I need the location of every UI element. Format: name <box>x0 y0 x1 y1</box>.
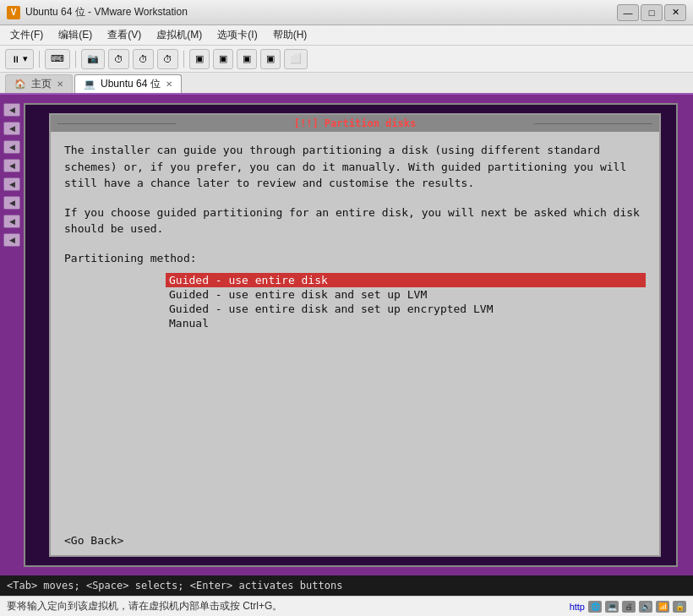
view-icon-4: ▣ <box>266 53 275 64</box>
dialog-line-2: schemes) or, if you prefer, you can do i… <box>64 159 646 176</box>
dialog-line-6: should be used. <box>64 221 646 237</box>
side-btn-3[interactable]: ◀ <box>3 140 20 154</box>
tab-ubuntu-label: Ubuntu 64 位 <box>101 77 161 91</box>
view-button4[interactable]: ▣ <box>260 49 281 69</box>
view-icon-2: ▣ <box>219 53 227 64</box>
network-status-icon: 🌐 <box>588 601 602 613</box>
close-button[interactable]: ✕ <box>664 4 686 21</box>
clock-button2[interactable]: ⏱ <box>133 49 154 69</box>
tab-home-close[interactable]: ✕ <box>57 79 63 89</box>
keyboard-icon: ⌨ <box>51 53 64 64</box>
dialog-title-bar: [!!] Partition disks <box>51 115 659 132</box>
menu-file[interactable]: 文件(F) <box>3 26 50 44</box>
snapshot-button[interactable]: 📷 <box>81 49 105 69</box>
option-guided-encrypted-lvm[interactable]: Guided - use entire disk and set up encr… <box>166 302 646 316</box>
tab-ubuntu[interactable]: 💻 Ubuntu 64 位 ✕ <box>74 74 182 93</box>
minimize-button[interactable]: — <box>617 4 639 21</box>
clock-button1[interactable]: ⏱ <box>108 49 129 69</box>
view-icon-3: ▣ <box>243 53 251 64</box>
option-manual[interactable]: Manual <box>166 316 646 330</box>
signal-status-icon: 📶 <box>656 601 669 613</box>
pause-button[interactable]: ⏸ ▾ <box>5 49 34 69</box>
bottom-status-bar: 要将输入定向到该虚拟机，请在虚拟机内部单击或按 Ctrl+G。 http 🌐 💻… <box>0 596 693 616</box>
dialog-footer: <Go Back> <box>51 529 659 555</box>
title-bar: V Ubuntu 64 位 - VMware Workstation — □ ✕ <box>0 0 693 25</box>
title-line-right <box>534 123 652 124</box>
clock-icon-3: ⏱ <box>163 54 172 64</box>
option-guided-entire-disk[interactable]: Guided - use entire disk <box>166 273 646 287</box>
go-back-button[interactable]: <Go Back> <box>64 534 123 547</box>
dialog-method-label: Partitioning method: <box>64 250 646 267</box>
side-btn-2[interactable]: ◀ <box>3 122 20 135</box>
home-icon: 🏠 <box>14 79 26 90</box>
terminal-area[interactable]: [!!] Partition disks The installer can g… <box>24 103 678 567</box>
dialog-title-text: [!!] Partition disks <box>294 117 417 129</box>
partition-dialog: [!!] Partition disks The installer can g… <box>49 113 661 557</box>
clock-icon-1: ⏱ <box>114 54 123 64</box>
bottom-status-text: 要将输入定向到该虚拟机，请在虚拟机内部单击或按 Ctrl+G。 <box>7 599 282 613</box>
side-btn-8[interactable]: ◀ <box>3 233 20 247</box>
pause-icon: ⏸ <box>11 54 20 64</box>
status-right-icons: http 🌐 💻 🖨 🔊 📶 🔒 <box>570 601 686 613</box>
tab-home[interactable]: 🏠 主页 ✕ <box>5 74 73 93</box>
menu-help[interactable]: 帮助(H) <box>266 26 314 44</box>
clock-button3[interactable]: ⏱ <box>157 49 178 69</box>
side-btn-7[interactable]: ◀ <box>3 215 20 228</box>
toolbar: ⏸ ▾ ⌨ 📷 ⏱ ⏱ ⏱ ▣ ▣ ▣ ▣ ⬜ <box>0 46 693 73</box>
view-button1[interactable]: ▣ <box>189 49 210 69</box>
menu-vm[interactable]: 虚拟机(M) <box>150 26 209 44</box>
view-button2[interactable]: ▣ <box>213 49 233 69</box>
maximize-button[interactable]: □ <box>641 4 663 21</box>
tab-home-label: 主页 <box>31 77 52 91</box>
vmware-icon: V <box>7 6 20 19</box>
view-icon-1: ▣ <box>195 53 204 64</box>
tab-bar: 🏠 主页 ✕ 💻 Ubuntu 64 位 ✕ <box>0 73 693 95</box>
side-panel-left: ◀ ◀ ◀ ◀ ◀ ◀ ◀ ◀ <box>0 95 24 575</box>
pause-dropdown-icon: ▾ <box>23 53 28 64</box>
dialog-line-1: The installer can guide you through part… <box>64 142 646 159</box>
clock-icon-2: ⏱ <box>139 54 148 64</box>
toolbar-separator-1 <box>39 51 40 68</box>
toolbar-separator-3 <box>183 51 184 68</box>
options-list: Guided - use entire disk Guided - use en… <box>166 273 646 330</box>
printer-status-icon: 🖨 <box>622 601 636 613</box>
vm-tab-icon: 💻 <box>84 79 95 90</box>
toolbar-separator-2 <box>75 51 76 68</box>
send-keys-button[interactable]: ⌨ <box>45 49 70 69</box>
audio-status-icon: 🔊 <box>639 601 652 613</box>
side-btn-4[interactable]: ◀ <box>3 159 20 172</box>
menu-view[interactable]: 查看(V) <box>101 26 148 44</box>
dialog-line-3: still have a chance later to review and … <box>64 175 646 192</box>
tab-ubuntu-close[interactable]: ✕ <box>166 79 172 89</box>
vm-display-area[interactable]: ◀ ◀ ◀ ◀ ◀ ◀ ◀ ◀ [!!] Partition disks The… <box>0 95 693 575</box>
view-button3[interactable]: ▣ <box>237 49 257 69</box>
url-text: http <box>570 602 585 612</box>
menu-tabs[interactable]: 选项卡(I) <box>210 26 264 44</box>
window-controls: — □ ✕ <box>617 4 686 21</box>
title-line-left <box>57 123 176 124</box>
dialog-line-5: If you choose guided partitioning for an… <box>64 204 646 221</box>
keyboard-hint-bar: <Tab> moves; <Space> selects; <Enter> ac… <box>0 575 693 596</box>
option-guided-lvm[interactable]: Guided - use entire disk and set up LVM <box>166 287 646 302</box>
dialog-body: The installer can guide you through part… <box>51 132 659 529</box>
window-title: Ubuntu 64 位 - VMware Workstation <box>25 5 617 19</box>
camera-icon: 📷 <box>87 53 99 64</box>
keyboard-hint-text: <Tab> moves; <Space> selects; <Enter> ac… <box>7 580 342 591</box>
side-panel-right <box>678 95 693 575</box>
menu-bar: 文件(F) 编辑(E) 查看(V) 虚拟机(M) 选项卡(I) 帮助(H) <box>0 25 693 46</box>
side-btn-6[interactable]: ◀ <box>3 196 20 210</box>
menu-edit[interactable]: 编辑(E) <box>52 26 99 44</box>
side-btn-5[interactable]: ◀ <box>3 177 20 191</box>
fullscreen-button[interactable]: ⬜ <box>284 49 308 69</box>
lock-status-icon: 🔒 <box>673 601 686 613</box>
computer-status-icon: 💻 <box>605 601 619 613</box>
fullscreen-icon: ⬜ <box>290 53 302 64</box>
side-btn-1[interactable]: ◀ <box>3 103 20 117</box>
